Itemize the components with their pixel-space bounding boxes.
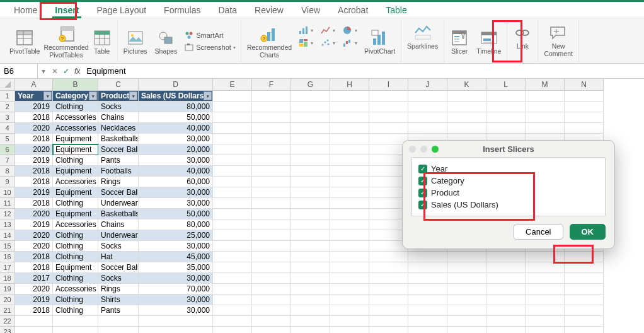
cell[interactable]: [252, 134, 291, 144]
cell[interactable]: [447, 102, 486, 112]
cell[interactable]: 30,000: [139, 295, 213, 305]
cell[interactable]: [447, 327, 486, 333]
cell[interactable]: 20,000: [139, 144, 213, 155]
cell[interactable]: [213, 112, 252, 123]
tab-view[interactable]: View: [292, 3, 329, 18]
cell[interactable]: [369, 316, 408, 327]
row-header[interactable]: 15: [0, 241, 15, 252]
cell[interactable]: Soccer Balls: [98, 262, 139, 273]
cell[interactable]: [330, 187, 369, 198]
cell[interactable]: 80,000: [139, 102, 213, 112]
cell[interactable]: [252, 144, 291, 155]
cell[interactable]: [526, 284, 565, 295]
cell[interactable]: [252, 123, 291, 134]
cell[interactable]: [252, 327, 291, 333]
cell[interactable]: Clothing: [53, 102, 98, 112]
cell[interactable]: [252, 252, 291, 262]
cell[interactable]: [330, 134, 369, 144]
cell[interactable]: [330, 273, 369, 284]
recommended-pivottables-button[interactable]: ? Recommended PivotTables: [42, 23, 90, 60]
cell[interactable]: Equipment: [53, 187, 98, 198]
cell[interactable]: 2018: [15, 166, 53, 177]
cell[interactable]: [291, 134, 330, 144]
cell[interactable]: [291, 219, 330, 230]
cell[interactable]: Equipment: [53, 134, 98, 144]
cell[interactable]: [252, 262, 291, 273]
chart-scatter-button[interactable]: ▾: [319, 37, 336, 49]
cell[interactable]: [526, 295, 565, 305]
column-header[interactable]: A: [15, 79, 53, 91]
cell[interactable]: [369, 252, 408, 262]
tab-formulas[interactable]: Formulas: [155, 3, 209, 18]
cell[interactable]: [213, 273, 252, 284]
row-header[interactable]: 22: [0, 316, 15, 327]
cell[interactable]: [213, 209, 252, 219]
table-header-cell[interactable]: Sales (US Dollars)▾: [139, 91, 213, 102]
column-header[interactable]: G: [291, 79, 330, 91]
table-header-cell[interactable]: Category▾: [53, 91, 98, 102]
cell[interactable]: [526, 252, 565, 262]
row-header[interactable]: 7: [0, 155, 15, 166]
cell[interactable]: 40,000: [139, 166, 213, 177]
row-header[interactable]: 14: [0, 230, 15, 241]
cell[interactable]: 2018: [15, 262, 53, 273]
cell[interactable]: [330, 123, 369, 134]
cell[interactable]: Hat: [98, 252, 139, 262]
cell[interactable]: Footballs: [98, 166, 139, 177]
cell[interactable]: [447, 316, 486, 327]
cell[interactable]: [291, 123, 330, 134]
cell[interactable]: [291, 262, 330, 273]
slicer-field-checkbox[interactable]: ✓Category: [418, 175, 599, 187]
cell[interactable]: [447, 91, 486, 102]
cell[interactable]: [213, 134, 252, 144]
cell[interactable]: [330, 284, 369, 295]
cell[interactable]: 2020: [15, 209, 53, 219]
cell[interactable]: [15, 316, 53, 327]
cell[interactable]: [447, 284, 486, 295]
filter-dropdown-icon[interactable]: ▾: [129, 91, 137, 100]
cell[interactable]: [252, 284, 291, 295]
cell[interactable]: Clothing: [53, 273, 98, 284]
column-header[interactable]: K: [447, 79, 486, 91]
cell[interactable]: [252, 166, 291, 177]
cell[interactable]: [330, 177, 369, 187]
cell[interactable]: 2018: [15, 112, 53, 123]
cell[interactable]: [526, 123, 565, 134]
slicer-field-checkbox[interactable]: ✓Product: [418, 187, 599, 199]
cell[interactable]: [252, 230, 291, 241]
cell[interactable]: 45,000: [139, 252, 213, 262]
cell[interactable]: [330, 252, 369, 262]
cell[interactable]: [408, 316, 447, 327]
cell[interactable]: [369, 327, 408, 333]
cell[interactable]: [565, 273, 604, 284]
cell[interactable]: Equipment: [53, 262, 98, 273]
cell[interactable]: Accessories: [53, 284, 98, 295]
cell[interactable]: Accessories: [53, 177, 98, 187]
cell[interactable]: 2020: [15, 144, 53, 155]
cell[interactable]: Soccer Balls: [98, 144, 139, 155]
cell[interactable]: [408, 91, 447, 102]
column-header[interactable]: B: [53, 79, 98, 91]
cell[interactable]: Clothing: [53, 230, 98, 241]
recommended-charts-button[interactable]: ? Recommended Charts: [245, 23, 294, 60]
cell[interactable]: [565, 91, 604, 102]
cell[interactable]: [213, 305, 252, 316]
cell[interactable]: [139, 316, 213, 327]
cell[interactable]: [291, 112, 330, 123]
cell[interactable]: Clothing: [53, 305, 98, 316]
cell[interactable]: [291, 166, 330, 177]
traffic-zoom-icon[interactable]: [432, 146, 439, 153]
cell[interactable]: [291, 102, 330, 112]
slicer-field-checkbox[interactable]: ✓Sales (US Dollars): [418, 199, 599, 211]
column-header[interactable]: I: [369, 79, 408, 91]
cell[interactable]: [213, 327, 252, 333]
row-header[interactable]: 10: [0, 187, 15, 198]
cell[interactable]: Chains: [98, 112, 139, 123]
cell[interactable]: [447, 273, 486, 284]
cell[interactable]: [98, 327, 139, 333]
cell[interactable]: [291, 144, 330, 155]
cell[interactable]: [213, 316, 252, 327]
row-header[interactable]: 23: [0, 327, 15, 333]
cell[interactable]: Socks: [98, 273, 139, 284]
cell[interactable]: 2018: [15, 198, 53, 209]
